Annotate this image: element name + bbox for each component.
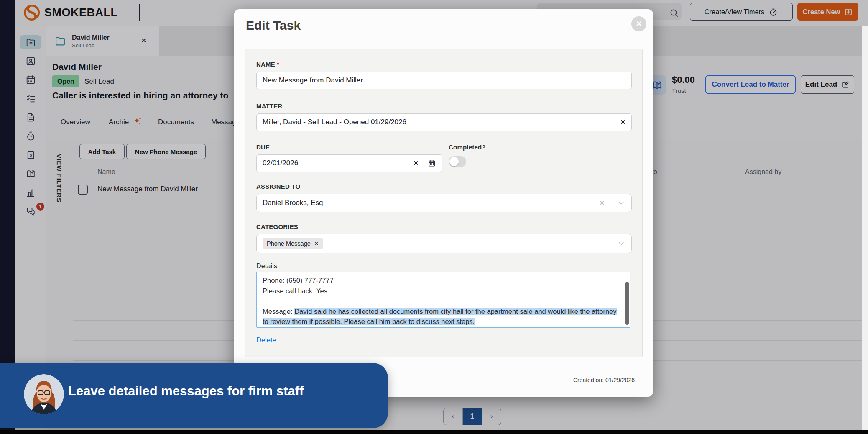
matter-clear-icon[interactable]: ✕ <box>620 118 625 126</box>
due-clear-icon[interactable]: ✕ <box>413 159 419 167</box>
details-label: Details <box>256 262 277 270</box>
chevron-down-icon[interactable] <box>617 199 625 207</box>
categories-label: CATEGORIES <box>256 223 298 230</box>
name-label-text: NAME <box>256 61 275 68</box>
name-value: New Message from David Miller <box>263 76 363 85</box>
completed-label: Completed? <box>449 144 486 151</box>
details-selected-text: David said he has collected all document… <box>263 308 617 326</box>
page-scrollbar[interactable] <box>862 26 868 430</box>
due-label: DUE <box>256 144 270 151</box>
modal-title: Edit Task <box>246 18 301 33</box>
assigned-to-value: Daniel Brooks, Esq. <box>263 199 599 207</box>
details-textarea[interactable]: Phone: (650) 777-7777 Please call back: … <box>256 272 630 328</box>
delete-link[interactable]: Delete <box>256 336 276 344</box>
toggle-knob <box>449 157 459 166</box>
matter-input[interactable]: Miller, David - Sell Lead - Opened 01/29… <box>256 113 632 131</box>
modal-close-button[interactable]: ✕ <box>631 16 646 31</box>
categories-select[interactable]: Phone Message ✕ <box>256 234 632 253</box>
details-phone-line: Phone: (650) 777-7777 <box>263 277 334 284</box>
assigned-clear-icon[interactable]: ✕ <box>599 199 605 208</box>
task-form-panel: NAME* New Message from David Miller MATT… <box>245 49 643 357</box>
category-tag-label: Phone Message <box>267 240 311 247</box>
chevron-down-icon[interactable] <box>617 239 625 248</box>
matter-value: Miller, David - Sell Lead - Opened 01/29… <box>263 118 406 126</box>
textarea-scrollbar-thumb[interactable] <box>625 282 629 325</box>
due-date-input[interactable]: 02/01/2026 ✕ <box>256 154 442 172</box>
tag-remove-icon[interactable]: ✕ <box>314 241 319 247</box>
presenter-avatar <box>24 374 64 414</box>
created-on-text: Created on: 01/29/2026 <box>573 377 635 383</box>
tutorial-banner: Leave detailed messages for firm staff <box>0 363 388 428</box>
bottom-edge <box>0 430 868 434</box>
matter-label: MATTER <box>256 103 283 110</box>
required-asterisk: * <box>277 61 279 68</box>
assigned-to-label: ASSIGNED TO <box>256 183 300 190</box>
edit-task-modal: Edit Task ✕ NAME* New Message from David… <box>234 9 653 397</box>
due-value: 02/01/2026 <box>263 159 413 167</box>
name-input[interactable]: New Message from David Miller <box>256 72 632 89</box>
category-tag: Phone Message ✕ <box>263 238 323 249</box>
select-divider <box>612 198 612 208</box>
calendar-picker-icon[interactable] <box>428 159 436 167</box>
name-label: NAME* <box>256 61 279 68</box>
assigned-to-select[interactable]: Daniel Brooks, Esq. ✕ <box>256 194 632 212</box>
banner-message: Leave detailed messages for firm staff <box>68 384 304 399</box>
completed-toggle[interactable] <box>449 156 466 167</box>
details-callback-line: Please call back: Yes <box>263 287 327 295</box>
select-divider <box>612 238 612 249</box>
details-message-prefix: Message: <box>263 308 294 315</box>
